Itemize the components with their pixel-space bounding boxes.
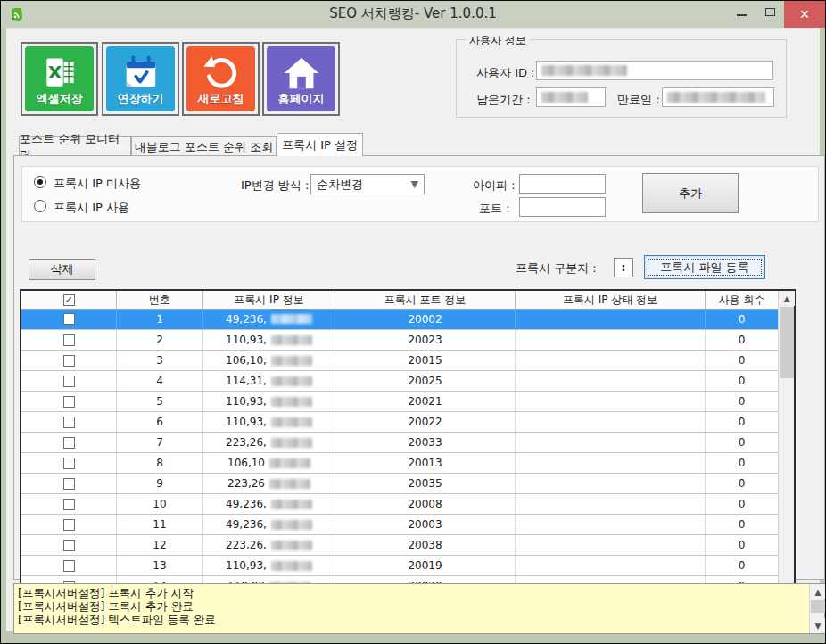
masked-ip (271, 561, 312, 571)
table-row[interactable]: 10 49,236, 20008 0 (21, 494, 778, 515)
scroll-up-icon[interactable]: ▲ (810, 584, 826, 599)
row-number: 6 (117, 412, 203, 432)
row-ip: 49,236, (203, 310, 335, 329)
row-checkbox[interactable] (63, 519, 75, 531)
table-row[interactable]: 3 106,10, 20015 0 (21, 351, 778, 371)
extend-button[interactable]: 연장하기 (102, 42, 179, 116)
table-row[interactable]: 8 106,10 20013 0 (21, 453, 778, 474)
excel-save-button[interactable]: X 엑셀저장 (21, 42, 98, 116)
scroll-up-icon[interactable]: ▲ (779, 291, 795, 306)
remaining-label: 남은기간 : (476, 92, 531, 108)
row-status (516, 535, 706, 555)
table-body: 1 49,236, 20002 0 2 110,93, 20023 0 3 10… (21, 310, 778, 599)
masked-ip (271, 438, 312, 448)
row-checkbox[interactable] (63, 540, 75, 551)
proxy-table: ✓ 번호 프록시 IP 정보 프록시 포트 정보 프록시 IP 상태 정보 사용… (20, 289, 796, 600)
row-count: 0 (706, 515, 778, 534)
row-number: 9 (117, 474, 203, 493)
proxy-separator-input[interactable]: : (614, 258, 633, 277)
radio-proxy-used[interactable] (34, 200, 46, 212)
masked-ip (271, 397, 312, 407)
table-row[interactable]: 13 110,93, 20019 0 (21, 556, 778, 576)
tab-label: 내블로그 포스트 순위 조회 (135, 139, 273, 155)
row-checkbox[interactable] (63, 355, 75, 367)
log-scrollbar-thumb[interactable] (811, 600, 825, 613)
row-number: 8 (117, 453, 203, 473)
row-number: 10 (117, 494, 203, 514)
user-id-label: 사용자 ID : (476, 65, 535, 81)
row-number: 13 (117, 556, 203, 575)
tab-proxy-ip-settings[interactable]: 프록시 IP 설정 (277, 133, 363, 156)
proxy-separator-label: 프록시 구분자 : (516, 260, 597, 277)
home-icon (267, 51, 335, 95)
tab-post-rank-monitoring[interactable]: 포스트 순위 모니터링 (19, 136, 131, 156)
row-checkbox[interactable] (63, 313, 75, 325)
proxy-file-register-button[interactable]: 프록시 파일 등록 (644, 255, 765, 279)
table-scrollbar[interactable]: ▲ ▼ (778, 291, 794, 599)
masked-ip (271, 314, 312, 324)
row-port: 20002 (335, 310, 516, 329)
remaining-field[interactable] (536, 87, 606, 107)
row-port: 20008 (335, 494, 516, 514)
table-row[interactable]: 2 110,93, 20023 0 (21, 330, 778, 351)
minimize-button[interactable] (727, 1, 756, 22)
col-use-count[interactable]: 사용 회수 (706, 291, 778, 309)
masked-ip (271, 335, 312, 345)
table-scrollbar-thumb[interactable] (780, 307, 794, 378)
table-row[interactable]: 5 110,93, 20021 0 (21, 392, 778, 412)
row-count: 0 (706, 412, 778, 432)
ip-change-method-label: IP변경 방식 : (241, 178, 309, 194)
delete-button[interactable]: 삭제 (29, 259, 95, 280)
row-status (516, 453, 706, 473)
col-number[interactable]: 번호 (117, 291, 203, 309)
table-row[interactable]: 12 223,26, 20038 0 (21, 535, 778, 556)
row-ip: 110,93, (203, 556, 335, 575)
select-all-checkbox[interactable]: ✓ (63, 294, 75, 306)
ip-prefix: 223,26, (226, 436, 267, 449)
scroll-down-icon[interactable]: ▼ (810, 618, 826, 633)
table-row[interactable]: 7 223,26, 20033 0 (21, 433, 778, 453)
row-checkbox[interactable] (63, 334, 75, 346)
row-status (516, 474, 706, 493)
refresh-button[interactable]: 새로고침 (182, 42, 260, 116)
table-row[interactable]: 1 49,236, 20002 0 (21, 310, 778, 330)
masked-ip (271, 500, 312, 509)
row-port: 20025 (335, 371, 516, 391)
table-row[interactable]: 9 223,26 20035 0 (21, 474, 778, 494)
expiry-field[interactable] (662, 87, 774, 107)
col-proxy-status[interactable]: 프록시 IP 상태 정보 (516, 291, 706, 309)
masked-user-id (541, 65, 627, 76)
table-row[interactable]: 4 114,31, 20025 0 (21, 371, 778, 392)
col-proxy-ip[interactable]: 프록시 IP 정보 (203, 291, 335, 309)
row-checkbox[interactable] (63, 458, 75, 469)
user-info-title: 사용자 정보 (466, 33, 530, 48)
row-port: 20022 (335, 412, 516, 432)
row-checkbox[interactable] (63, 478, 75, 490)
row-checkbox[interactable] (63, 560, 75, 572)
tab-myblog-post-rank[interactable]: 내블로그 포스트 순위 조회 (131, 136, 277, 156)
svg-text:X: X (47, 62, 62, 83)
row-checkbox[interactable] (63, 499, 75, 510)
row-ip: 114,31, (203, 371, 335, 391)
row-checkbox[interactable] (63, 396, 75, 408)
user-id-field[interactable] (536, 61, 773, 80)
ip-change-method-select[interactable]: 순차변경 ▼ (310, 174, 425, 194)
maximize-button[interactable] (756, 1, 784, 22)
port-input[interactable] (519, 197, 606, 217)
log-scrollbar[interactable]: ▲ ▼ (809, 584, 824, 633)
row-ip: 110,93, (203, 412, 335, 432)
row-checkbox[interactable] (63, 437, 75, 449)
homepage-button[interactable]: 홈페이지 (262, 42, 340, 116)
row-checkbox[interactable] (63, 376, 75, 387)
radio-proxy-unused[interactable] (34, 176, 46, 188)
ip-prefix: 110,93, (226, 416, 267, 428)
col-proxy-port[interactable]: 프록시 포트 정보 (335, 291, 516, 309)
close-button[interactable]: ✕ (784, 1, 825, 28)
table-row[interactable]: 6 110,93, 20022 0 (21, 412, 778, 433)
add-button[interactable]: 추가 (642, 173, 739, 213)
calendar-check-icon (106, 51, 175, 95)
ip-prefix: 223,26, (226, 539, 267, 551)
table-row[interactable]: 11 49,236, 20003 0 (21, 515, 778, 535)
row-checkbox[interactable] (63, 417, 75, 428)
ip-input[interactable] (519, 174, 606, 194)
